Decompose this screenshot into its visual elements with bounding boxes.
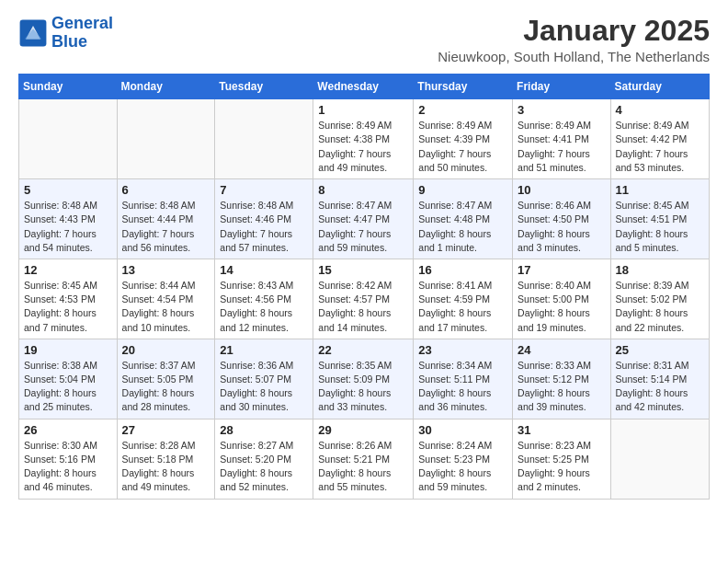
calendar-cell: 14Sunrise: 8:43 AM Sunset: 4:56 PM Dayli…	[215, 259, 313, 339]
day-info: Sunrise: 8:48 AM Sunset: 4:46 PM Dayligh…	[220, 199, 308, 255]
logo-general: General	[51, 14, 113, 32]
title-area: January 2025 Nieuwkoop, South Holland, T…	[438, 15, 710, 64]
calendar-cell: 11Sunrise: 8:45 AM Sunset: 4:51 PM Dayli…	[610, 179, 709, 259]
day-info: Sunrise: 8:48 AM Sunset: 4:44 PM Dayligh…	[122, 199, 210, 255]
day-info: Sunrise: 8:40 AM Sunset: 5:00 PM Dayligh…	[518, 279, 606, 335]
day-number: 7	[220, 183, 308, 197]
calendar-cell: 3Sunrise: 8:49 AM Sunset: 4:41 PM Daylig…	[513, 99, 611, 179]
day-number: 21	[220, 343, 308, 357]
day-info: Sunrise: 8:36 AM Sunset: 5:07 PM Dayligh…	[220, 359, 308, 415]
calendar-cell: 22Sunrise: 8:35 AM Sunset: 5:09 PM Dayli…	[313, 339, 414, 419]
calendar-cell	[19, 99, 118, 179]
calendar-cell	[215, 99, 313, 179]
calendar-cell: 13Sunrise: 8:44 AM Sunset: 4:54 PM Dayli…	[117, 259, 215, 339]
day-number: 28	[220, 423, 308, 437]
logo-text: General Blue	[51, 15, 113, 52]
day-number: 8	[318, 183, 408, 197]
day-info: Sunrise: 8:38 AM Sunset: 5:04 PM Dayligh…	[24, 359, 112, 415]
day-info: Sunrise: 8:49 AM Sunset: 4:42 PM Dayligh…	[616, 119, 704, 175]
calendar-cell	[610, 419, 709, 499]
day-number: 12	[24, 263, 112, 277]
logo-icon	[18, 18, 48, 48]
day-info: Sunrise: 8:35 AM Sunset: 5:09 PM Dayligh…	[318, 359, 408, 415]
calendar-cell: 9Sunrise: 8:47 AM Sunset: 4:48 PM Daylig…	[414, 179, 513, 259]
day-info: Sunrise: 8:31 AM Sunset: 5:14 PM Dayligh…	[616, 359, 704, 415]
day-number: 18	[616, 263, 704, 277]
day-number: 27	[122, 423, 210, 437]
day-info: Sunrise: 8:45 AM Sunset: 4:51 PM Dayligh…	[616, 199, 704, 255]
day-info: Sunrise: 8:26 AM Sunset: 5:21 PM Dayligh…	[318, 439, 408, 495]
day-number: 9	[418, 183, 507, 197]
calendar-cell: 26Sunrise: 8:30 AM Sunset: 5:16 PM Dayli…	[19, 419, 118, 499]
day-number: 16	[418, 263, 507, 277]
weekday-header-friday: Friday	[513, 75, 611, 99]
day-number: 3	[518, 103, 606, 117]
weekday-header-wednesday: Wednesday	[313, 75, 414, 99]
day-info: Sunrise: 8:24 AM Sunset: 5:23 PM Dayligh…	[418, 439, 507, 495]
day-number: 6	[122, 183, 210, 197]
calendar-cell: 1Sunrise: 8:49 AM Sunset: 4:38 PM Daylig…	[313, 99, 414, 179]
day-number: 4	[616, 103, 704, 117]
calendar-cell: 30Sunrise: 8:24 AM Sunset: 5:23 PM Dayli…	[414, 419, 513, 499]
calendar-week-row: 19Sunrise: 8:38 AM Sunset: 5:04 PM Dayli…	[19, 339, 710, 419]
day-info: Sunrise: 8:49 AM Sunset: 4:39 PM Dayligh…	[418, 119, 507, 175]
calendar-table: SundayMondayTuesdayWednesdayThursdayFrid…	[18, 74, 710, 499]
header: General Blue January 2025 Nieuwkoop, Sou…	[18, 15, 710, 64]
location-subtitle: Nieuwkoop, South Holland, The Netherland…	[438, 49, 710, 64]
logo: General Blue	[18, 15, 113, 52]
day-number: 1	[318, 103, 408, 117]
day-number: 23	[418, 343, 507, 357]
calendar-cell: 24Sunrise: 8:33 AM Sunset: 5:12 PM Dayli…	[513, 339, 611, 419]
day-number: 31	[518, 423, 606, 437]
calendar-cell: 5Sunrise: 8:48 AM Sunset: 4:43 PM Daylig…	[19, 179, 118, 259]
day-info: Sunrise: 8:47 AM Sunset: 4:48 PM Dayligh…	[418, 199, 507, 255]
calendar-cell: 2Sunrise: 8:49 AM Sunset: 4:39 PM Daylig…	[414, 99, 513, 179]
day-info: Sunrise: 8:49 AM Sunset: 4:38 PM Dayligh…	[318, 119, 408, 175]
day-number: 20	[122, 343, 210, 357]
day-info: Sunrise: 8:41 AM Sunset: 4:59 PM Dayligh…	[418, 279, 507, 335]
day-info: Sunrise: 8:30 AM Sunset: 5:16 PM Dayligh…	[24, 439, 112, 495]
calendar-cell: 25Sunrise: 8:31 AM Sunset: 5:14 PM Dayli…	[610, 339, 709, 419]
calendar-cell: 7Sunrise: 8:48 AM Sunset: 4:46 PM Daylig…	[215, 179, 313, 259]
calendar-cell: 4Sunrise: 8:49 AM Sunset: 4:42 PM Daylig…	[610, 99, 709, 179]
calendar-cell: 23Sunrise: 8:34 AM Sunset: 5:11 PM Dayli…	[414, 339, 513, 419]
day-info: Sunrise: 8:45 AM Sunset: 4:53 PM Dayligh…	[24, 279, 112, 335]
weekday-header-row: SundayMondayTuesdayWednesdayThursdayFrid…	[19, 75, 710, 99]
day-number: 15	[318, 263, 408, 277]
day-info: Sunrise: 8:37 AM Sunset: 5:05 PM Dayligh…	[122, 359, 210, 415]
calendar-cell: 12Sunrise: 8:45 AM Sunset: 4:53 PM Dayli…	[19, 259, 118, 339]
calendar-cell: 16Sunrise: 8:41 AM Sunset: 4:59 PM Dayli…	[414, 259, 513, 339]
day-number: 17	[518, 263, 606, 277]
day-info: Sunrise: 8:44 AM Sunset: 4:54 PM Dayligh…	[122, 279, 210, 335]
day-number: 19	[24, 343, 112, 357]
day-info: Sunrise: 8:34 AM Sunset: 5:11 PM Dayligh…	[418, 359, 507, 415]
day-number: 22	[318, 343, 408, 357]
day-number: 13	[122, 263, 210, 277]
calendar-week-row: 12Sunrise: 8:45 AM Sunset: 4:53 PM Dayli…	[19, 259, 710, 339]
calendar-cell: 19Sunrise: 8:38 AM Sunset: 5:04 PM Dayli…	[19, 339, 118, 419]
weekday-header-tuesday: Tuesday	[215, 75, 313, 99]
calendar-cell: 6Sunrise: 8:48 AM Sunset: 4:44 PM Daylig…	[117, 179, 215, 259]
day-number: 2	[418, 103, 507, 117]
weekday-header-thursday: Thursday	[414, 75, 513, 99]
day-info: Sunrise: 8:23 AM Sunset: 5:25 PM Dayligh…	[518, 439, 606, 495]
calendar-cell: 28Sunrise: 8:27 AM Sunset: 5:20 PM Dayli…	[215, 419, 313, 499]
day-info: Sunrise: 8:33 AM Sunset: 5:12 PM Dayligh…	[518, 359, 606, 415]
calendar-cell: 8Sunrise: 8:47 AM Sunset: 4:47 PM Daylig…	[313, 179, 414, 259]
day-number: 11	[616, 183, 704, 197]
month-title: January 2025	[438, 15, 710, 47]
calendar-cell: 20Sunrise: 8:37 AM Sunset: 5:05 PM Dayli…	[117, 339, 215, 419]
weekday-header-sunday: Sunday	[19, 75, 118, 99]
calendar-cell: 18Sunrise: 8:39 AM Sunset: 5:02 PM Dayli…	[610, 259, 709, 339]
logo-blue: Blue	[51, 32, 87, 51]
calendar-cell: 21Sunrise: 8:36 AM Sunset: 5:07 PM Dayli…	[215, 339, 313, 419]
day-info: Sunrise: 8:28 AM Sunset: 5:18 PM Dayligh…	[122, 439, 210, 495]
day-number: 24	[518, 343, 606, 357]
calendar-cell: 17Sunrise: 8:40 AM Sunset: 5:00 PM Dayli…	[513, 259, 611, 339]
day-info: Sunrise: 8:27 AM Sunset: 5:20 PM Dayligh…	[220, 439, 308, 495]
weekday-header-monday: Monday	[117, 75, 215, 99]
day-info: Sunrise: 8:42 AM Sunset: 4:57 PM Dayligh…	[318, 279, 408, 335]
day-info: Sunrise: 8:49 AM Sunset: 4:41 PM Dayligh…	[518, 119, 606, 175]
day-info: Sunrise: 8:47 AM Sunset: 4:47 PM Dayligh…	[318, 199, 408, 255]
day-number: 25	[616, 343, 704, 357]
